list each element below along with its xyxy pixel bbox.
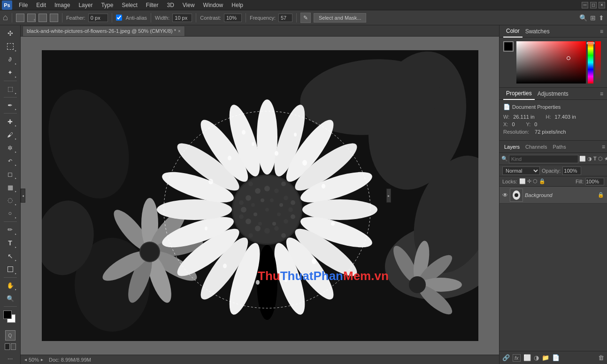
new-layer-icon[interactable]: 📄 [552,354,560,361]
filter-type-icon[interactable]: T [593,156,597,162]
marquee-tool[interactable]: ▸ [4,40,17,53]
arrange-icon[interactable]: ⊞ [590,14,596,22]
brush-tool[interactable]: 🖌 ▸ [4,129,17,141]
opacity-input[interactable] [562,167,581,175]
menu-image[interactable]: Image [51,1,74,9]
tab-close-button[interactable]: × [178,29,181,34]
opacity-slider[interactable] [595,41,601,83]
left-panel-toggle[interactable]: ◂ [21,189,25,203]
link-layers-icon[interactable]: 🔗 [502,354,510,361]
document-canvas[interactable]: ThuThuatPhanMem.vn [42,50,478,341]
color-preview-swatch[interactable] [503,41,514,52]
tool-mode-add[interactable]: + [27,14,36,22]
maximize-button[interactable]: □ [590,2,597,8]
pen-tool[interactable]: ✏ ▸ [4,224,17,236]
channels-tab[interactable]: Channels [522,141,550,153]
history-brush-tool[interactable]: ↶ ▸ [4,155,17,167]
color-panel-header: Color Swatches ≡ [499,25,607,38]
color-panel-menu[interactable]: ≡ [600,28,603,35]
color-spectrum-field[interactable] [516,41,586,83]
eyedropper-tool[interactable]: ✒ ▸ [4,99,17,112]
delete-layer-icon[interactable]: 🗑 [598,354,604,361]
layers-tab[interactable]: Layers [501,141,522,153]
tool-mode-intersect[interactable] [50,14,58,22]
share-icon[interactable]: ⬆ [599,14,604,22]
layers-panel-menu[interactable]: ≡ [602,144,605,150]
lock-artboard-icon[interactable]: ⬡ [533,178,538,184]
swatches-tab[interactable]: Swatches [522,25,553,38]
canvas-wrapper[interactable]: ◂ [21,37,499,355]
lock-position-icon[interactable]: ✢ [527,178,531,184]
blur-tool[interactable]: ◌ ▸ [4,194,17,206]
width-input[interactable] [172,14,192,22]
foreground-color-swatch[interactable] [3,311,12,319]
clone-stamp-tool[interactable]: ✲ ▸ [4,142,17,154]
eraser-tool[interactable]: ◻ ▸ [4,168,17,180]
document-tab[interactable]: black-and-white-pictures-of-flowers-26-1… [23,26,185,36]
menu-window[interactable]: Window [200,1,227,9]
menu-view[interactable]: View [179,1,199,9]
filter-pixel-icon[interactable]: ⬜ [579,156,586,162]
hand-tool[interactable]: ✋ ▸ [4,279,17,291]
lock-all-icon[interactable]: 🔒 [539,178,546,184]
gradient-tool[interactable]: ▦ ▸ [4,181,17,193]
menu-3d[interactable]: 3D [163,1,177,9]
contrast-input[interactable] [224,14,242,22]
new-adjustment-icon[interactable]: ◑ [534,354,539,361]
paths-tab[interactable]: Paths [550,141,569,153]
crop-tool[interactable]: ⬚ ▸ [4,83,17,95]
standard-screen-icon[interactable] [5,343,10,350]
new-group-icon[interactable]: 📁 [542,354,549,361]
right-panel-toggle[interactable]: ▸ [386,189,391,203]
magic-wand-tool[interactable]: ✦ ▸ [4,67,17,79]
shape-tool[interactable]: ▸ [4,263,17,275]
type-tool[interactable]: T ▸ [4,237,17,249]
menu-file[interactable]: File [15,1,31,9]
fx-button[interactable]: fx [513,354,521,362]
stylus-icon[interactable]: ✎ [300,13,311,23]
color-tab[interactable]: Color [503,25,522,38]
properties-tab[interactable]: Properties [503,88,535,100]
properties-panel-menu[interactable]: ≡ [600,91,603,97]
menu-help[interactable]: Help [228,1,247,9]
status-next[interactable]: ▸ [41,357,43,362]
doc-properties-title: 📄 Document Properties [503,104,603,110]
healing-tool[interactable]: ✚ ▸ [4,115,17,128]
dodge-tool[interactable]: ○ ▸ [4,207,17,220]
status-prev[interactable]: ◂ [24,357,27,362]
layer-background[interactable]: 👁 Background 🔒 [499,187,607,204]
lock-pixels-icon[interactable]: ⬜ [519,178,526,184]
layer-visibility-icon[interactable]: 👁 [502,192,508,198]
menu-select[interactable]: Select [118,1,141,9]
tool-mode-subtract[interactable] [38,14,47,22]
home-icon[interactable]: ⌂ [3,13,8,23]
move-tool[interactable]: ✣ [4,27,17,39]
menu-layer[interactable]: Layer [75,1,96,9]
path-select-tool[interactable]: ↖ ▸ [4,250,17,262]
extra-tools[interactable]: ··· [8,355,13,362]
adjustments-tab[interactable]: Adjustments [535,88,571,100]
blend-mode-select[interactable]: Normal [502,167,540,175]
frequency-input[interactable] [278,14,292,22]
layers-filter-input[interactable] [509,155,578,163]
filter-adj-icon[interactable]: ◑ [587,156,592,162]
menu-type[interactable]: Type [97,1,117,9]
lasso-tool[interactable]: ∂ ▸ [4,53,17,66]
quick-mask-icon[interactable]: Q [5,330,15,341]
tool-mode-new[interactable] [16,14,24,22]
search-icon[interactable]: 🔍 [579,14,587,22]
feather-input[interactable] [88,14,108,22]
filter-smart-icon[interactable]: ★ [604,156,607,162]
fill-input[interactable] [585,178,604,185]
filter-shape-icon[interactable]: ⬡ [598,156,603,162]
anti-alias-checkbox[interactable] [116,15,122,21]
hue-slider[interactable] [588,41,593,83]
menu-edit[interactable]: Edit [32,1,50,9]
select-and-mask-button[interactable]: Select and Mask... [314,13,367,23]
close-button[interactable]: × [599,2,605,8]
add-mask-icon[interactable]: ⬜ [523,354,531,361]
minimize-button[interactable]: ─ [582,2,588,8]
menu-filter[interactable]: Filter [142,1,162,9]
full-screen-icon[interactable] [11,343,16,350]
zoom-tool[interactable]: 🔍 [4,292,17,304]
